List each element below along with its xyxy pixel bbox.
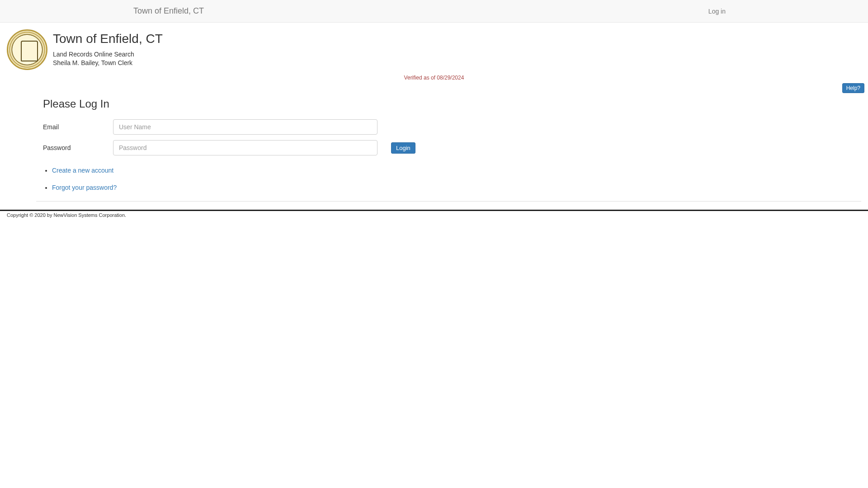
- password-input[interactable]: [113, 140, 377, 155]
- email-row: Email: [43, 119, 861, 135]
- password-label: Password: [43, 144, 113, 151]
- help-button[interactable]: Help?: [842, 83, 864, 93]
- list-item: Create a new account: [52, 167, 861, 174]
- divider: [36, 201, 861, 202]
- navbar-right: Log in: [708, 8, 726, 15]
- navbar: Town of Enfield, CT Log in: [0, 0, 868, 23]
- login-content: Please Log In Email Password Login Creat…: [0, 93, 868, 191]
- login-link[interactable]: Log in: [708, 8, 726, 15]
- help-row: Help?: [0, 83, 868, 93]
- header-text: Town of Enfield, CT Land Records Online …: [53, 29, 163, 66]
- login-button[interactable]: Login: [391, 142, 415, 154]
- subtitle-records: Land Records Online Search: [53, 51, 163, 58]
- password-row: Password Login: [43, 140, 861, 155]
- page-title: Town of Enfield, CT: [53, 32, 163, 46]
- subtitle-clerk: Sheila M. Bailey, Town Clerk: [53, 59, 163, 66]
- login-heading: Please Log In: [43, 98, 861, 110]
- create-account-link[interactable]: Create a new account: [52, 167, 113, 174]
- list-item: Forgot your password?: [52, 184, 861, 191]
- forgot-password-link[interactable]: Forgot your password?: [52, 184, 117, 191]
- navbar-brand[interactable]: Town of Enfield, CT: [133, 6, 204, 16]
- links-list: Create a new account Forgot your passwor…: [52, 167, 861, 191]
- header-row: Town of Enfield, CT Land Records Online …: [0, 23, 868, 70]
- email-label: Email: [43, 123, 113, 131]
- verified-status: Verified as of 08/29/2024: [0, 75, 868, 81]
- email-input[interactable]: [113, 119, 377, 135]
- town-seal-icon: [7, 29, 47, 70]
- copyright-text: Copyright © 2020 by NewVision Systems Co…: [0, 211, 868, 218]
- divider-wrap: [0, 201, 868, 202]
